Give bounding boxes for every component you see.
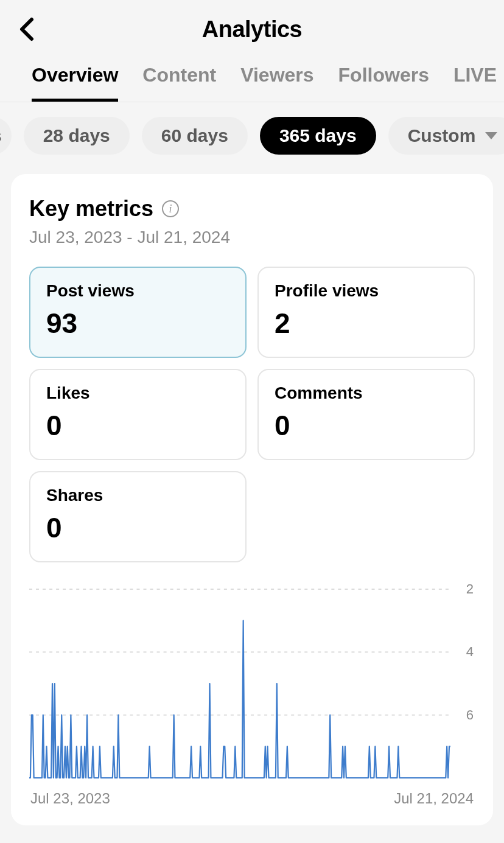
range-chip-partial[interactable]: s xyxy=(0,117,12,155)
svg-text:4: 4 xyxy=(466,644,474,659)
metric-label: Shares xyxy=(46,486,229,505)
date-range-text: Jul 23, 2023 - Jul 21, 2024 xyxy=(29,228,475,247)
metric-value: 0 xyxy=(275,409,458,442)
range-chip-custom-label: Custom xyxy=(408,125,476,146)
tab-live[interactable]: LIVE xyxy=(453,64,497,102)
info-icon[interactable]: i xyxy=(162,200,179,217)
metric-likes[interactable]: Likes 0 xyxy=(29,369,247,460)
back-button[interactable] xyxy=(12,15,41,44)
tabs-row: Overview Content Viewers Followers LIVE xyxy=(0,58,504,102)
chart: 642 Jul 23, 2023 Jul 21, 2024 xyxy=(29,583,475,807)
key-metrics-card: Key metrics i Jul 23, 2023 - Jul 21, 202… xyxy=(11,174,493,825)
date-range-row: s 28 days 60 days 365 days Custom xyxy=(0,102,504,169)
card-title-row: Key metrics i xyxy=(29,196,475,222)
tab-overview[interactable]: Overview xyxy=(32,64,118,102)
metric-value: 93 xyxy=(46,307,229,340)
chart-x-labels: Jul 23, 2023 Jul 21, 2024 xyxy=(29,790,475,807)
chevron-left-icon xyxy=(18,17,35,41)
metric-label: Comments xyxy=(275,383,458,403)
svg-text:6: 6 xyxy=(466,707,474,722)
metric-label: Likes xyxy=(46,383,229,403)
range-chip-custom[interactable]: Custom xyxy=(388,117,504,155)
metric-profile-views[interactable]: Profile views 2 xyxy=(257,267,475,358)
metric-value: 2 xyxy=(275,307,458,340)
metric-value: 0 xyxy=(46,409,229,442)
metric-label: Profile views xyxy=(275,281,458,301)
card-title: Key metrics xyxy=(29,196,153,222)
tab-viewers[interactable]: Viewers xyxy=(240,64,313,102)
chart-svg: 642 xyxy=(29,583,475,784)
metric-shares[interactable]: Shares 0 xyxy=(29,471,247,562)
header: Analytics xyxy=(0,0,504,58)
page-title: Analytics xyxy=(0,16,504,43)
range-chip-60days[interactable]: 60 days xyxy=(142,117,248,155)
range-chip-28days[interactable]: 28 days xyxy=(24,117,130,155)
chart-x-end: Jul 21, 2024 xyxy=(394,790,474,807)
tab-content[interactable]: Content xyxy=(142,64,216,102)
metric-value: 0 xyxy=(46,511,229,544)
range-chip-365days[interactable]: 365 days xyxy=(260,117,376,155)
metrics-grid: Post views 93 Profile views 2 Likes 0 Co… xyxy=(29,267,475,562)
tab-followers[interactable]: Followers xyxy=(338,64,429,102)
metric-label: Post views xyxy=(46,281,229,301)
svg-text:2: 2 xyxy=(466,583,474,596)
chevron-down-icon xyxy=(485,132,497,139)
metric-comments[interactable]: Comments 0 xyxy=(257,369,475,460)
metric-post-views[interactable]: Post views 93 xyxy=(29,267,247,358)
chart-x-start: Jul 23, 2023 xyxy=(30,790,110,807)
